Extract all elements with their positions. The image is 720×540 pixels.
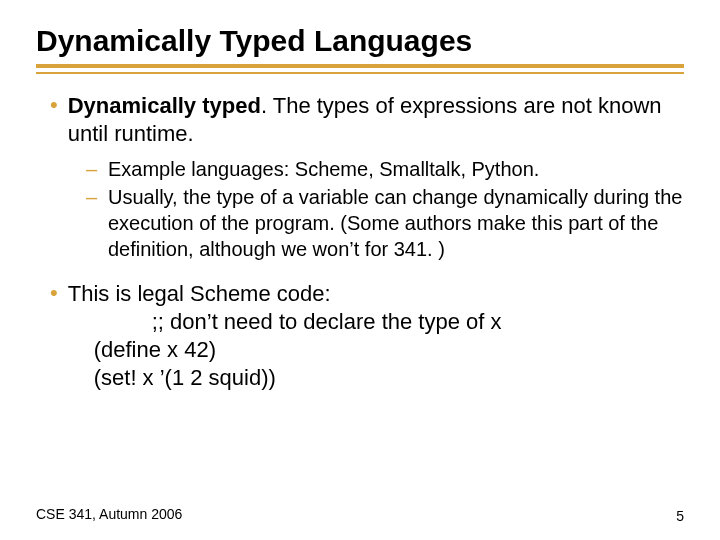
slide-title: Dynamically Typed Languages [36,24,684,58]
content-area: • Dynamically typed. The types of expres… [36,92,684,392]
dash-icon: – [86,156,100,182]
rule-thin [36,72,684,74]
title-underline [36,64,684,74]
bullet-1-bold: Dynamically typed [68,93,261,118]
footer-course: CSE 341, Autumn 2006 [36,506,182,522]
sub-text-1: Example languages: Scheme, Smalltalk, Py… [108,156,539,182]
sub-bullet-list: – Example languages: Scheme, Smalltalk, … [86,156,684,262]
bullet-icon: • [50,92,58,118]
sub-bullet-item: – Example languages: Scheme, Smalltalk, … [86,156,684,182]
slide-number: 5 [676,508,684,524]
bullet-2-text: This is legal Scheme code: [68,281,331,306]
sub-text-2: Usually, the type of a variable can chan… [108,184,684,262]
slide: Dynamically Typed Languages • Dynamicall… [0,0,720,540]
bullet-icon: • [50,280,58,306]
dash-icon: – [86,184,100,210]
bullet-text-2: This is legal Scheme code: ;; don’t need… [68,280,502,392]
bullet-item: • Dynamically typed. The types of expres… [50,92,684,148]
code-line-2: (define x 42) [94,336,502,364]
code-line-3: (set! x ’(1 2 squid)) [94,364,502,392]
bullet-item: • This is legal Scheme code: ;; don’t ne… [50,280,684,392]
bullet-text-1: Dynamically typed. The types of expressi… [68,92,684,148]
code-line-1: ;; don’t need to declare the type of x [152,308,502,336]
rule-thick [36,64,684,68]
code-block: ;; don’t need to declare the type of x (… [94,308,502,392]
sub-bullet-item: – Usually, the type of a variable can ch… [86,184,684,262]
